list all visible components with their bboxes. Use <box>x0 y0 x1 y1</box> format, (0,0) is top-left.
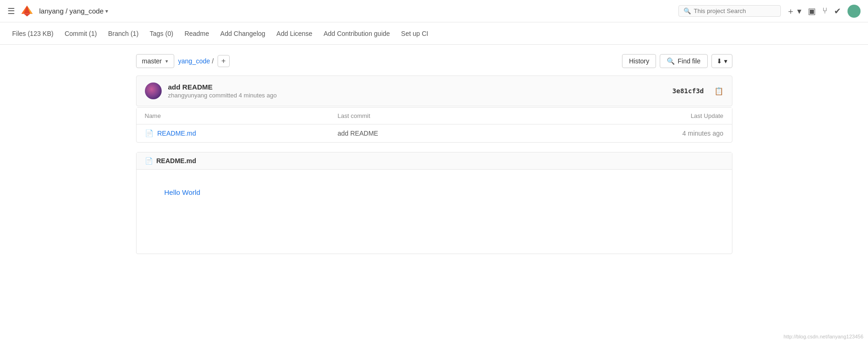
top-navigation: ☰ lanyang / yang_code ▾ 🔍 ＋ ▾ ▣ ⑂ ✔ <box>0 0 868 22</box>
commit-meta: zhangyunyang committed 4 minutes ago <box>168 92 666 99</box>
sub-navigation: Files (123 KB) Commit (1) Branch (1) Tag… <box>0 22 868 45</box>
breadcrumb: yang_code / <box>178 57 213 65</box>
app-logo[interactable] <box>21 5 34 18</box>
brand-chevron: ▾ <box>105 8 108 14</box>
search-icon: 🔍 <box>683 7 691 14</box>
find-file-label: Find file <box>677 57 700 65</box>
branch-chevron: ▾ <box>165 58 168 64</box>
project-brand[interactable]: lanyang / yang_code ▾ <box>39 7 108 15</box>
commit-title[interactable]: add README <box>168 83 666 91</box>
readme-content: Hello World <box>137 170 732 254</box>
commit-details: add README zhangyunyang committed 4 minu… <box>168 83 666 99</box>
search-input[interactable] <box>694 7 768 14</box>
subnav-commit[interactable]: Commit (1) <box>60 23 102 44</box>
file-time-cell: 4 minutes ago <box>531 130 724 137</box>
search-bar[interactable]: 🔍 <box>678 5 781 17</box>
find-file-button[interactable]: 🔍 Find file <box>660 54 707 68</box>
commit-time: committed 4 minutes ago <box>209 92 277 99</box>
brand-text: lanyang / yang_code <box>39 7 103 15</box>
file-table-header: Name Last commit Last Update <box>137 108 732 124</box>
branch-actions: History 🔍 Find file ⬇ ▾ <box>622 54 732 68</box>
subnav-ci[interactable]: Set up CI <box>396 23 433 44</box>
readme-file-icon: 📄 <box>145 157 153 165</box>
subnav-license[interactable]: Add License <box>272 23 317 44</box>
check-icon[interactable]: ✔ <box>834 6 841 16</box>
commit-info-box: add README zhangyunyang committed 4 minu… <box>136 76 732 106</box>
col-update: Last Update <box>531 112 724 119</box>
subnav-readme[interactable]: Readme <box>180 23 214 44</box>
breadcrumb-repo[interactable]: yang_code <box>178 57 210 65</box>
col-name: Name <box>145 112 338 119</box>
download-button[interactable]: ⬇ ▾ <box>711 54 732 68</box>
branch-bar: master ▾ yang_code / + History 🔍 Find fi… <box>136 54 732 68</box>
commit-author: zhangyunyang <box>168 92 209 99</box>
copy-hash-icon[interactable]: 📋 <box>714 87 724 96</box>
history-button[interactable]: History <box>622 54 656 68</box>
branch-name: master <box>142 57 162 65</box>
subnav-files[interactable]: Files (123 KB) <box>7 23 58 44</box>
download-chevron: ▾ <box>724 57 727 65</box>
subnav-changelog[interactable]: Add Changelog <box>216 23 270 44</box>
file-table: Name Last commit Last Update 📄 README.md… <box>136 107 732 143</box>
panel-icon[interactable]: ▣ <box>808 6 816 16</box>
subnav-branch[interactable]: Branch (1) <box>103 23 143 44</box>
file-icon: 📄 <box>145 129 154 138</box>
file-name-cell[interactable]: 📄 README.md <box>145 129 338 138</box>
breadcrumb-separator: / <box>212 57 214 65</box>
plus-icon[interactable]: ＋ ▾ <box>786 6 801 17</box>
main-content: master ▾ yang_code / + History 🔍 Find fi… <box>108 45 760 263</box>
commit-author-avatar <box>145 83 162 99</box>
branch-dropdown[interactable]: master ▾ <box>136 54 175 68</box>
download-icon: ⬇ <box>717 57 722 65</box>
user-avatar[interactable] <box>847 5 861 18</box>
readme-header: 📄 README.md <box>137 152 732 170</box>
find-file-search-icon: 🔍 <box>667 57 675 65</box>
subnav-contribution[interactable]: Add Contribution guide <box>319 23 394 44</box>
merge-icon[interactable]: ⑂ <box>822 6 827 16</box>
add-file-button[interactable]: + <box>218 55 230 67</box>
col-commit: Last commit <box>338 112 531 119</box>
readme-title: README.md <box>157 157 197 165</box>
hamburger-menu[interactable]: ☰ <box>7 6 15 16</box>
table-row: 📄 README.md add README 4 minutes ago <box>137 124 732 142</box>
commit-hash[interactable]: 3e81cf3d <box>672 87 704 95</box>
file-commit-cell: add README <box>338 130 531 137</box>
file-name-label: README.md <box>157 130 196 137</box>
readme-box: 📄 README.md Hello World <box>136 152 732 254</box>
readme-text: Hello World <box>164 188 704 196</box>
topnav-actions: ＋ ▾ ▣ ⑂ ✔ <box>786 5 861 18</box>
subnav-tags[interactable]: Tags (0) <box>145 23 178 44</box>
